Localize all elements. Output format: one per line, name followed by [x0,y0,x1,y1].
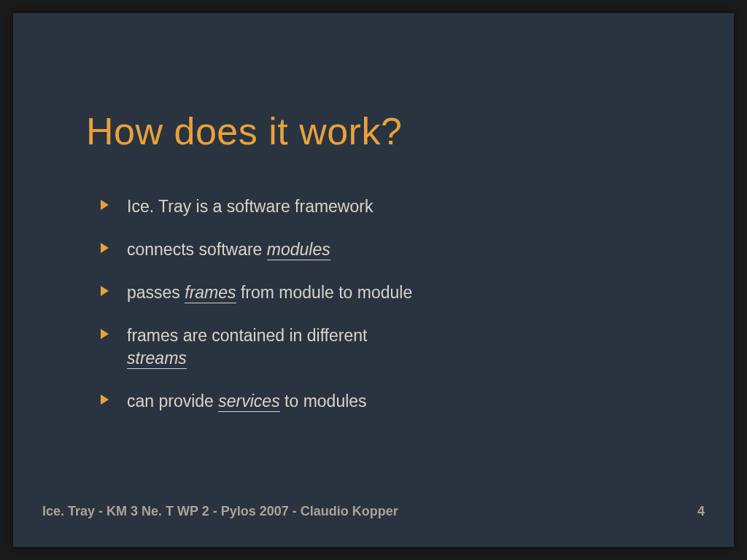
bullet-arrow-icon [101,329,111,339]
bullet-arrow-icon [101,286,111,296]
bullet-text: Ice. Tray is a software framework [127,195,373,218]
svg-marker-0 [101,200,109,210]
svg-marker-2 [101,286,109,296]
list-item: Ice. Tray is a software framework [101,195,611,218]
list-item: can provide services to modules [101,390,611,413]
text-run: connects software [127,240,267,259]
bullet-text: passes frames from module to module [127,281,412,304]
text-run: frames are contained in different [127,326,367,345]
svg-marker-4 [101,394,109,405]
slide-title: How does it work? [86,109,402,153]
svg-marker-1 [101,243,109,253]
text-run: to modules [280,392,367,411]
bullet-arrow-icon [101,200,111,210]
list-item: frames are contained in different stream… [101,324,611,370]
text-run: can provide [127,392,218,411]
bullet-text: can provide services to modules [127,390,367,413]
page-number: 4 [697,504,705,519]
text-emphasis: frames [185,283,236,303]
bullet-arrow-icon [101,243,111,253]
list-item: connects software modules [101,238,611,261]
svg-marker-3 [101,329,109,339]
slide: How does it work? Ice. Tray is a softwar… [13,13,734,547]
text-emphasis: streams [127,349,187,369]
bullet-text: connects software modules [127,238,330,261]
bullet-list: Ice. Tray is a software framework connec… [101,195,611,433]
text-run: from module to module [236,283,413,302]
list-item: passes frames from module to module [101,281,611,304]
slide-footer: Ice. Tray - KM 3 Ne. T WP 2 - Pylos 2007… [42,504,705,519]
text-emphasis: services [218,392,279,412]
text-run: passes [127,283,185,302]
text-emphasis: modules [267,240,330,260]
footer-text: Ice. Tray - KM 3 Ne. T WP 2 - Pylos 2007… [42,504,398,519]
bullet-text: frames are contained in different stream… [127,324,367,370]
bullet-arrow-icon [101,394,111,405]
